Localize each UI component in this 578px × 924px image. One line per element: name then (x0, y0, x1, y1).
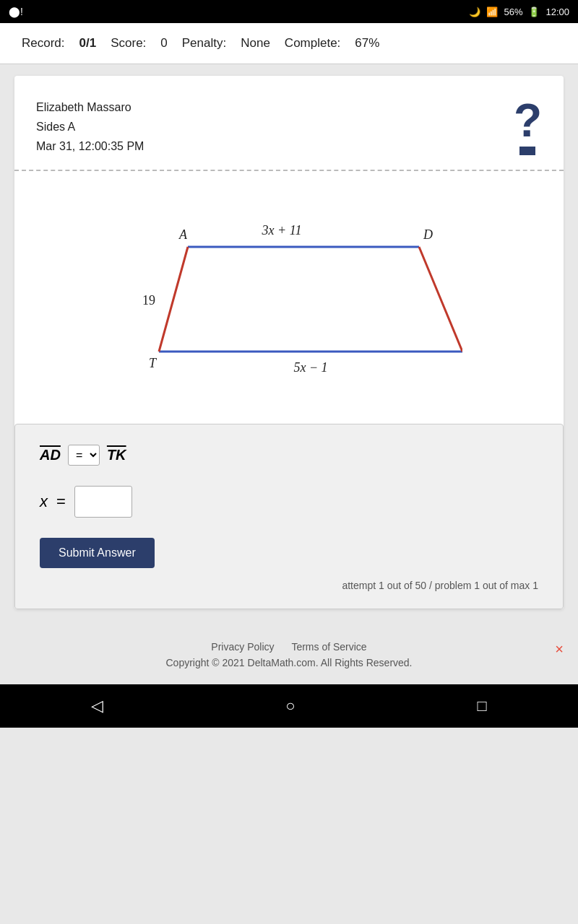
help-icon-rect (519, 147, 535, 155)
home-button[interactable]: ○ (285, 697, 295, 715)
svg-text:5x − 1: 5x − 1 (293, 360, 327, 375)
svg-line-3 (419, 247, 462, 352)
geometry-figure: A D T K 3x + 11 5x − 1 19 4y − 1 (116, 207, 462, 395)
footer-links: Privacy Policy Terms of Service (0, 641, 578, 653)
wifi-icon: 📶 (486, 6, 498, 17)
svg-text:19: 19 (142, 293, 155, 308)
answer-section: AD = < > ≤ ≥ TK x = Submit Answer attemp… (14, 424, 564, 609)
x-label: x (40, 492, 48, 511)
record-bar: Record: 0/1 Score: 0 Penalty: None Compl… (0, 23, 578, 64)
complete-value: 67% (355, 36, 379, 51)
penalty-value: None (241, 36, 270, 51)
attempt-text: attempt 1 out of 50 / problem 1 out of m… (40, 580, 538, 591)
close-button[interactable]: × (555, 641, 564, 658)
clock: 12:00 (545, 6, 569, 17)
svg-text:3x + 11: 3x + 11 (262, 223, 302, 237)
status-bar: ⬤! 🌙 📶 56% 🔋 12:00 (0, 0, 578, 23)
status-right: 🌙 📶 56% 🔋 12:00 (469, 6, 569, 17)
svg-text:T: T (149, 356, 158, 370)
terms-of-service-link[interactable]: Terms of Service (291, 641, 366, 653)
equals-sign: = (56, 492, 66, 511)
app-icon: ⬤! (9, 6, 23, 17)
status-left: ⬤! (9, 6, 23, 17)
tk-label: TK (107, 447, 126, 463)
footer: Privacy Policy Terms of Service Copyrigh… (0, 621, 578, 677)
recent-button[interactable]: □ (478, 697, 487, 715)
relation-select[interactable]: = < > ≤ ≥ (68, 445, 100, 466)
equation-row: AD = < > ≤ ≥ TK (40, 445, 538, 466)
figure-area: A D T K 3x + 11 5x − 1 19 4y − 1 (36, 193, 542, 424)
submit-button[interactable]: Submit Answer (40, 538, 155, 568)
main-card: Elizabeth Massaro Sides A Mar 31, 12:00:… (14, 76, 564, 609)
record-value: 0/1 (79, 36, 97, 51)
divider (14, 170, 564, 171)
assignment: Sides A (36, 117, 144, 136)
card-header: Elizabeth Massaro Sides A Mar 31, 12:00:… (36, 97, 542, 157)
svg-text:A: A (178, 227, 188, 242)
datetime: Mar 31, 12:00:35 PM (36, 136, 144, 156)
x-input[interactable] (74, 486, 132, 518)
penalty-label: Penalty: (182, 36, 226, 51)
ad-label: AD (40, 447, 61, 463)
privacy-policy-link[interactable]: Privacy Policy (211, 641, 274, 653)
student-name: Elizabeth Massaro (36, 97, 144, 117)
battery-text: 56% (504, 6, 522, 17)
help-icon[interactable]: ? (514, 97, 542, 155)
record-label: Record: (22, 36, 65, 51)
moon-icon: 🌙 (469, 6, 480, 17)
svg-line-2 (159, 247, 188, 352)
score-label: Score: (111, 36, 146, 51)
copyright: Copyright © 2021 DeltaMath.com. All Righ… (0, 657, 578, 668)
card-info: Elizabeth Massaro Sides A Mar 31, 12:00:… (36, 97, 144, 157)
battery-icon: 🔋 (528, 6, 540, 17)
score-value: 0 (160, 36, 167, 51)
svg-text:D: D (423, 227, 433, 242)
x-row: x = (40, 486, 538, 518)
nav-bar: ◁ ○ □ (0, 684, 578, 728)
complete-label: Complete: (285, 36, 340, 51)
back-button[interactable]: ◁ (91, 697, 103, 715)
